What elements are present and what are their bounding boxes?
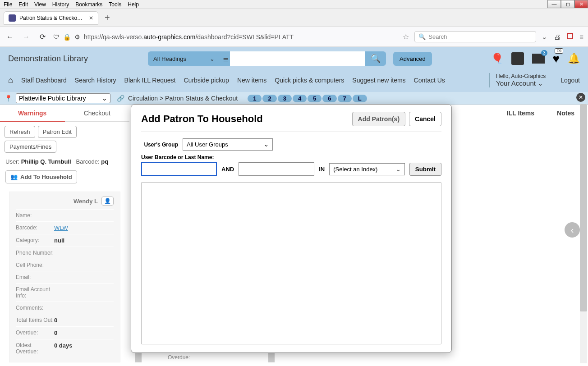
user-info-line: User: Phillip Q. Turnbull Barcode: pq — [0, 156, 129, 167]
bookmark-star-icon[interactable]: ☆ — [403, 32, 409, 41]
heart-badge: F9 — [555, 48, 563, 54]
menu-edit[interactable]: Edit — [18, 1, 28, 8]
back-button[interactable]: ← — [5, 33, 15, 41]
breadcrumb-row: 📍 Platteville Public Library⌄ 🔗 Circulat… — [0, 92, 588, 105]
field-label: Email Account Info: — [16, 286, 54, 299]
close-session-icon[interactable]: ✕ — [576, 93, 585, 102]
tab-checkout[interactable]: Checkout — [65, 105, 130, 122]
tab-ill-items[interactable]: ILL Items — [507, 110, 534, 117]
home-icon[interactable]: ⌂ — [8, 76, 13, 85]
field-value: 0 — [54, 317, 57, 324]
catalog-search-input[interactable] — [230, 51, 365, 66]
session-pill[interactable]: 6 — [322, 95, 336, 102]
close-tab-icon[interactable]: ✕ — [89, 15, 93, 21]
logout-link[interactable]: Logout — [554, 77, 580, 84]
browser-search-input[interactable]: 🔍 Search — [414, 31, 536, 42]
search-placeholder: Search — [428, 33, 447, 40]
new-tab-button[interactable]: + — [102, 13, 113, 23]
nav-quick-picks[interactable]: Quick picks & computers — [275, 77, 344, 84]
pocket-icon[interactable]: ⌄ — [542, 33, 547, 41]
session-pill[interactable]: 2 — [262, 95, 276, 102]
field-value: 0 days — [54, 342, 72, 355]
hamburger-icon[interactable]: ≡ — [579, 33, 583, 41]
barcode-lastname-label: User Barcode or Last Name: — [141, 154, 441, 160]
tab-notes[interactable]: Notes — [557, 110, 574, 117]
nav-curbside[interactable]: Curbside pickup — [184, 77, 229, 84]
close-window-button[interactable]: ✕ — [574, 0, 588, 8]
database-icon[interactable]: ≣ — [223, 55, 230, 63]
reload-button[interactable]: ⟳ — [37, 32, 48, 41]
field-value: null — [54, 237, 64, 244]
notifications-icon[interactable]: 🔔 — [568, 53, 580, 64]
browser-tab[interactable]: Patron Status & Checkout | SWL ✕ — [4, 11, 98, 25]
tab-title: Patron Status & Checkout | SWL — [19, 15, 85, 21]
field-label: Overdue: — [16, 329, 54, 336]
url-text: https://qa-swls-verso.auto-graphics.com/… — [84, 33, 294, 41]
nav-contact[interactable]: Contact Us — [414, 77, 445, 84]
menu-help[interactable]: Help — [128, 1, 139, 8]
minimize-button[interactable]: — — [547, 0, 561, 8]
film-icon[interactable] — [511, 52, 524, 65]
session-pill[interactable]: 5 — [308, 95, 322, 102]
search-icon[interactable]: 🔍 — [365, 54, 386, 64]
headings-select[interactable]: All Headings⌄ — [148, 52, 220, 66]
favorites-icon[interactable]: ♥F9 — [553, 52, 560, 66]
nav-search-history[interactable]: Search History — [75, 77, 116, 84]
session-pill[interactable]: 3 — [278, 95, 292, 102]
field-label: Oldest Overdue: — [16, 342, 54, 355]
search-results-box — [141, 182, 441, 344]
refresh-button[interactable]: Refresh — [5, 126, 35, 138]
browser-tabbar: Patron Status & Checkout | SWL ✕ + — [0, 9, 588, 27]
cancel-button[interactable]: Cancel — [409, 112, 441, 126]
print-icon[interactable]: 🖨 — [554, 33, 560, 41]
library-select[interactable]: Platteville Public Library⌄ — [16, 93, 110, 103]
extension-icon[interactable] — [567, 33, 573, 39]
chevron-down-icon: ⌄ — [102, 95, 107, 102]
session-pill[interactable]: 4 — [293, 95, 307, 102]
patron-edit-button[interactable]: Patron Edit — [38, 126, 77, 138]
in-label: IN — [319, 166, 325, 173]
chevron-down-icon: ⌄ — [537, 79, 543, 87]
nav-blank-ill[interactable]: Blank ILL Request — [124, 77, 176, 84]
session-pill[interactable]: L — [353, 95, 367, 102]
nav-suggest[interactable]: Suggest new items — [352, 77, 405, 84]
payments-fines-button[interactable]: Payments/Fines — [5, 141, 56, 153]
page-scrollbar[interactable] — [580, 104, 587, 363]
household-member-card: Wendy L 👤 Name: Barcode:WLW Category:nul… — [9, 192, 120, 362]
person-plus-icon: 👥 — [10, 174, 18, 180]
nav-new-items[interactable]: New items — [237, 77, 266, 84]
member-detail-icon[interactable]: 👤 — [101, 197, 114, 206]
menu-bookmarks[interactable]: Bookmarks — [75, 1, 102, 8]
advanced-search-button[interactable]: Advanced — [393, 52, 432, 66]
users-group-select[interactable]: All User Groups⌄ — [183, 138, 273, 151]
news-icon[interactable]: 3 — [532, 54, 545, 64]
nav-staff-dashboard[interactable]: Staff Dashboard — [21, 77, 67, 84]
barcode-link[interactable]: WLW — [54, 224, 68, 231]
add-to-household-button[interactable]: 👥 Add To Household — [5, 170, 77, 183]
session-pill[interactable]: 7 — [338, 95, 352, 102]
window-controls: — ◻ ✕ — [547, 0, 588, 8]
modal-title: Add Patron To Household — [141, 113, 349, 125]
menu-file[interactable]: File — [4, 1, 12, 8]
session-pill[interactable]: 1 — [248, 95, 262, 102]
secondary-search-input[interactable] — [239, 162, 314, 176]
barcode-lastname-input[interactable] — [141, 162, 217, 176]
shield-icon: 🛡 — [53, 33, 60, 41]
forward-button[interactable]: → — [21, 33, 32, 41]
maximize-button[interactable]: ◻ — [561, 0, 574, 8]
index-select[interactable]: (Select an Index)⌄ — [329, 163, 405, 175]
submit-button[interactable]: Submit — [409, 163, 441, 176]
tab-warnings[interactable]: Warnings — [0, 105, 65, 122]
menu-view[interactable]: View — [34, 1, 46, 8]
account-menu[interactable]: Hello, Auto-Graphics Your Account ⌄ — [489, 73, 546, 87]
collapse-chevron-icon[interactable]: ‹ — [565, 222, 580, 238]
brand-title: Demonstration Library — [8, 54, 139, 64]
field-label: Barcode: — [16, 224, 54, 231]
pin-icon: 📍 — [5, 95, 12, 102]
url-input[interactable]: 🛡 🔒 ⚙ https://qa-swls-verso.auto-graphic… — [53, 33, 397, 41]
balloon-icon[interactable]: 🎈 — [491, 53, 503, 64]
menu-history[interactable]: History — [52, 1, 69, 8]
add-patrons-button[interactable]: Add Patron(s) — [352, 112, 406, 126]
link-icon: 🔗 — [117, 95, 124, 102]
menu-tools[interactable]: Tools — [109, 1, 121, 8]
